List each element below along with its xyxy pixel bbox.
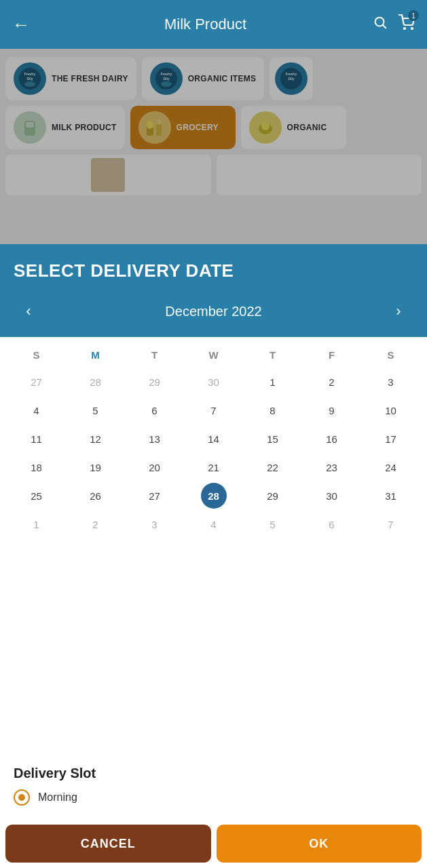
weekday-mon: M [66,347,125,363]
cal-day-prev-29[interactable]: 29 [149,370,160,395]
cal-day-11[interactable]: 11 [31,427,42,452]
weekday-tue: T [125,347,184,363]
back-button[interactable]: ← [12,14,30,35]
next-month-button[interactable]: › [386,299,411,323]
cal-day-23[interactable]: 23 [326,455,337,480]
cal-day-30[interactable]: 30 [326,484,337,509]
calendar-week-6: 1 2 3 4 5 6 7 [7,510,420,538]
cal-day-27b[interactable]: 27 [149,484,160,509]
cal-day-2[interactable]: 2 [329,370,334,395]
cal-day-8[interactable]: 8 [270,398,275,423]
svg-point-3 [411,28,413,29]
weekday-headers: S M T W T F S [7,337,420,368]
morning-radio[interactable] [14,789,30,806]
cal-day-22[interactable]: 22 [267,455,278,480]
calendar-nav: ‹ December 2022 › [0,292,427,337]
app-header: ← Milk Product 1 [0,0,427,49]
cancel-button[interactable]: CANCEL [5,825,211,863]
svg-point-2 [404,28,405,29]
cal-day-5[interactable]: 5 [92,398,98,423]
cal-day-19[interactable]: 19 [90,455,101,480]
cal-day-26[interactable]: 26 [90,484,101,509]
categories-section: Freshy Dily THE FRESH DAIRY Freshy Dily … [0,49,427,249]
prev-month-button[interactable]: ‹ [16,299,41,323]
cal-day-prev-28[interactable]: 28 [90,370,101,395]
cal-day-3[interactable]: 3 [388,370,393,395]
modal-title: SELECT DELIVERY DATE [14,260,413,281]
cal-day-next-6[interactable]: 6 [329,512,334,537]
search-icon[interactable] [373,15,388,34]
weekday-wed: W [184,347,243,363]
cal-day-7[interactable]: 7 [210,398,216,423]
morning-radio-inner [18,794,25,801]
cal-day-21[interactable]: 21 [208,455,219,480]
cal-day-next-2[interactable]: 2 [92,512,98,537]
weekday-sat: S [361,347,420,363]
weekday-fri: F [302,347,361,363]
ok-button[interactable]: OK [217,825,422,863]
header-icons: 1 [373,14,415,35]
calendar-week-3: 11 12 13 14 15 16 17 [7,425,420,453]
cal-day-17[interactable]: 17 [385,427,396,452]
cal-day-24[interactable]: 24 [385,455,396,480]
calendar-week-4: 18 19 20 21 22 23 24 [7,453,420,481]
svg-line-1 [383,25,386,28]
weekday-thu: T [243,347,302,363]
calendar-week-2: 4 5 6 7 8 9 10 [7,396,420,425]
cal-day-6[interactable]: 6 [151,398,157,423]
calendar-body: S M T W T F S 27 28 29 30 1 2 3 4 5 6 7 … [0,337,427,755]
background-overlay [0,49,427,249]
cal-day-4[interactable]: 4 [33,398,39,423]
cal-day-next-7[interactable]: 7 [388,512,393,537]
cal-day-18[interactable]: 18 [31,455,42,480]
cal-day-12[interactable]: 12 [90,427,101,452]
cart-badge: 1 [408,10,419,21]
page-title: Milk Product [38,16,373,33]
bottom-buttons: CANCEL OK [0,819,427,868]
cal-day-14[interactable]: 14 [208,427,219,452]
slot-morning-option[interactable]: Morning [14,789,413,806]
cal-day-20[interactable]: 20 [149,455,160,480]
cal-day-next-5[interactable]: 5 [270,512,275,537]
calendar-week-5: 25 26 27 28 29 30 31 [7,481,420,510]
delivery-slot-title: Delivery Slot [14,766,413,781]
cal-day-prev-30[interactable]: 30 [208,370,219,395]
weekday-sun: S [7,347,66,363]
cal-day-25[interactable]: 25 [31,484,42,509]
calendar-week-1: 27 28 29 30 1 2 3 [7,368,420,396]
cal-day-28-selected[interactable]: 28 [201,483,227,509]
cal-day-16[interactable]: 16 [326,427,337,452]
cal-day-13[interactable]: 13 [149,427,160,452]
cal-day-next-3[interactable]: 3 [151,512,157,537]
modal-header: SELECT DELIVERY DATE [0,244,427,292]
delivery-slot-section: Delivery Slot Morning [0,755,427,819]
cal-day-29[interactable]: 29 [267,484,278,509]
cal-day-next-1[interactable]: 1 [33,512,39,537]
cal-day-10[interactable]: 10 [385,398,396,423]
morning-label: Morning [38,791,77,804]
month-year-label: December 2022 [165,304,261,319]
cal-day-1[interactable]: 1 [270,370,275,395]
cal-day-prev-27[interactable]: 27 [31,370,42,395]
cal-day-15[interactable]: 15 [267,427,278,452]
cart-icon[interactable]: 1 [398,14,415,35]
cal-day-31[interactable]: 31 [385,484,396,509]
delivery-date-modal: SELECT DELIVERY DATE ‹ December 2022 › S… [0,244,427,868]
cal-day-9[interactable]: 9 [329,398,334,423]
cal-day-next-4[interactable]: 4 [210,512,216,537]
